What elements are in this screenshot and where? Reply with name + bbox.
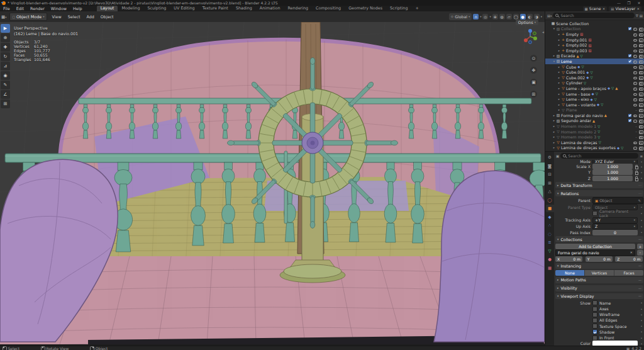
offset-z-field[interactable]: Z0 m bbox=[615, 256, 642, 262]
scale-x-field[interactable]: 1.000 bbox=[592, 164, 633, 169]
instancing-option-faces[interactable]: Faces bbox=[614, 270, 643, 276]
eye-icon[interactable] bbox=[633, 26, 637, 31]
editor-type-icon[interactable]: ▦▾ bbox=[0, 14, 8, 20]
outliner-item[interactable]: ▦Scene Collection bbox=[545, 21, 644, 26]
shading-wireframe-icon[interactable]: ◯ bbox=[513, 14, 519, 20]
camera-icon[interactable] bbox=[638, 32, 643, 37]
properties-tab-modifiers[interactable]: ◆ bbox=[546, 213, 554, 221]
properties-tab-scene[interactable]: △ bbox=[546, 188, 554, 195]
workspace-tab-animation[interactable]: Animation bbox=[256, 6, 284, 11]
scene-selector[interactable]: ▦ Scene ✕ bbox=[583, 6, 608, 11]
workspace-tab-uv-editing[interactable]: UV Editing bbox=[170, 6, 198, 11]
outliner-item[interactable]: ▸▽Leme - apoio braços◆▽▲ bbox=[545, 86, 644, 91]
outliner-item[interactable]: ▸▽Leme - base◆▽ bbox=[545, 91, 644, 97]
camera-parent-lock-checkbox[interactable] bbox=[592, 211, 597, 216]
instancing-option-none[interactable]: None bbox=[555, 270, 585, 276]
section-motion-paths[interactable]: ▸Motion Paths— bbox=[555, 277, 643, 283]
eye-icon[interactable] bbox=[633, 48, 637, 53]
camera-icon[interactable] bbox=[638, 124, 643, 128]
tool-cursor[interactable]: ⊕ bbox=[1, 33, 10, 42]
eye-icon[interactable] bbox=[633, 118, 637, 123]
viewport-menu-view[interactable]: View bbox=[49, 14, 65, 20]
camera-icon[interactable] bbox=[638, 130, 643, 134]
outliner-item[interactable]: ▸+Empty.001▨ bbox=[545, 37, 644, 43]
camera-icon[interactable] bbox=[638, 76, 643, 80]
all-edges-checkbox[interactable] bbox=[592, 318, 597, 323]
properties-tab-particles[interactable]: ∴ bbox=[546, 222, 554, 229]
unlink-icon[interactable]: ✕ bbox=[602, 7, 606, 11]
properties-tab-render[interactable]: ◙ bbox=[546, 162, 554, 170]
in-front-checkbox[interactable] bbox=[592, 336, 597, 341]
properties-tab-view-layer[interactable]: ⊞ bbox=[546, 179, 554, 187]
outliner-item[interactable]: ▸▧Escada▲▽ bbox=[545, 54, 644, 59]
3d-viewport[interactable]: Options ▾ ◂ ▶⊕✚↻⊿◉✎∠⊞ User Perspective (… bbox=[0, 22, 545, 344]
workspace-tab-sculpting[interactable]: Sculpting bbox=[143, 6, 170, 11]
outliner-item[interactable]: ▾▧Collection bbox=[545, 26, 644, 32]
workspace-tab-texture-paint[interactable]: Texture Paint bbox=[199, 6, 232, 11]
properties-tab-texture[interactable]: ▦ bbox=[546, 264, 554, 272]
camera-icon[interactable] bbox=[638, 135, 643, 139]
filter-icon[interactable]: ∇ bbox=[636, 14, 638, 18]
viewport-menu-select[interactable]: Select bbox=[65, 14, 84, 20]
properties-tab-data[interactable]: ▽ bbox=[546, 247, 554, 255]
hull-wing-right[interactable] bbox=[434, 171, 545, 342]
visibility-checkbox[interactable] bbox=[628, 27, 631, 30]
gizmo-z-neg[interactable] bbox=[529, 41, 532, 44]
outliner-item[interactable]: ▸▽Leme - volante◆▽ bbox=[545, 102, 644, 108]
eye-icon[interactable] bbox=[633, 92, 637, 96]
outliner-item[interactable]: ▸▧Forma geral do navio▲ bbox=[545, 113, 644, 118]
eye-icon[interactable] bbox=[633, 140, 637, 145]
tool-measure[interactable]: ∠ bbox=[1, 90, 10, 99]
camera-icon[interactable] bbox=[638, 92, 643, 96]
section-viewport-display[interactable]: ▾Viewport Display— bbox=[555, 293, 643, 300]
tool-scale[interactable]: ⊿ bbox=[1, 62, 10, 71]
outliner-item[interactable]: ▸▧Segundo andar▲ bbox=[545, 118, 644, 124]
outliner-item[interactable]: ▸+Empty.003▨ bbox=[545, 48, 644, 54]
orientation-dropdown[interactable]: ⟐ Global ▾ bbox=[449, 13, 472, 20]
eye-icon[interactable] bbox=[633, 65, 637, 69]
menu-window[interactable]: Window bbox=[48, 6, 70, 11]
nav-zoom-icon[interactable]: ⊙ bbox=[530, 55, 537, 62]
visibility-checkbox[interactable] bbox=[628, 60, 631, 63]
gizmo-y-neg[interactable] bbox=[533, 32, 536, 35]
eye-icon[interactable] bbox=[633, 103, 637, 107]
remove-icon[interactable]: ✕ bbox=[630, 251, 633, 254]
offset-x-field[interactable]: X0 m bbox=[555, 256, 582, 262]
gizmo-z-axis[interactable] bbox=[528, 29, 532, 33]
eye-icon[interactable] bbox=[633, 59, 637, 64]
proportional-edit-icon[interactable]: ◎ bbox=[482, 14, 488, 20]
outliner-item[interactable]: ▸▽Homem modelo 3▽– bbox=[545, 134, 644, 140]
section-delta-transform[interactable]: ▸Delta Transform⋯ bbox=[555, 182, 643, 188]
outliner-item[interactable]: ▾▧Leme bbox=[545, 59, 644, 64]
eye-icon[interactable] bbox=[633, 70, 637, 74]
new-collection-button[interactable]: + bbox=[637, 244, 643, 250]
properties-tab-physics[interactable]: ◌ bbox=[546, 230, 554, 238]
xray-toggle-icon[interactable]: ▱ bbox=[506, 14, 512, 20]
outliner-item[interactable]: ▸▽Cube.001◆▽ bbox=[545, 69, 644, 75]
camera-icon[interactable] bbox=[638, 59, 643, 64]
properties-tab-world[interactable]: ◯ bbox=[546, 196, 554, 204]
properties-tab-object[interactable]: ■ bbox=[546, 205, 554, 212]
snap-magnet-icon[interactable]: ∩ bbox=[473, 14, 479, 20]
outliner-options-icon[interactable]: ▤ bbox=[640, 14, 643, 18]
eye-icon[interactable] bbox=[633, 43, 637, 47]
wireframe-checkbox[interactable] bbox=[592, 312, 597, 317]
workspace-tab-compositing[interactable]: Compositing bbox=[312, 6, 345, 11]
lock-icon[interactable] bbox=[635, 176, 638, 180]
workspace-tab-scripting[interactable]: Scripting bbox=[386, 6, 411, 11]
collection-expand-button[interactable]: ▾ bbox=[637, 250, 643, 256]
visibility-checkbox[interactable] bbox=[628, 119, 631, 122]
section-visibility[interactable]: ▸Visibility— bbox=[555, 285, 643, 291]
outliner-editor-icon[interactable]: ▤▾ bbox=[547, 14, 552, 18]
workspace-tab-geometry-nodes[interactable]: Geometry Nodes bbox=[345, 6, 386, 11]
add-to-collection-button[interactable]: Add to Collection bbox=[555, 244, 635, 250]
lock-icon[interactable] bbox=[635, 171, 638, 174]
navigation-gizmo[interactable] bbox=[522, 28, 538, 45]
nav-perspective-grid-icon[interactable]: ⊞ bbox=[530, 91, 537, 98]
viewport-options-dropdown[interactable]: Options ▾ bbox=[516, 20, 538, 25]
gizmo-x-axis[interactable] bbox=[524, 38, 528, 42]
properties-tab-output[interactable]: ⊟ bbox=[546, 171, 554, 178]
unlink-icon[interactable]: ✕ bbox=[636, 7, 640, 11]
workspace-tab-+[interactable]: + bbox=[411, 6, 422, 11]
eye-icon[interactable] bbox=[633, 38, 637, 42]
